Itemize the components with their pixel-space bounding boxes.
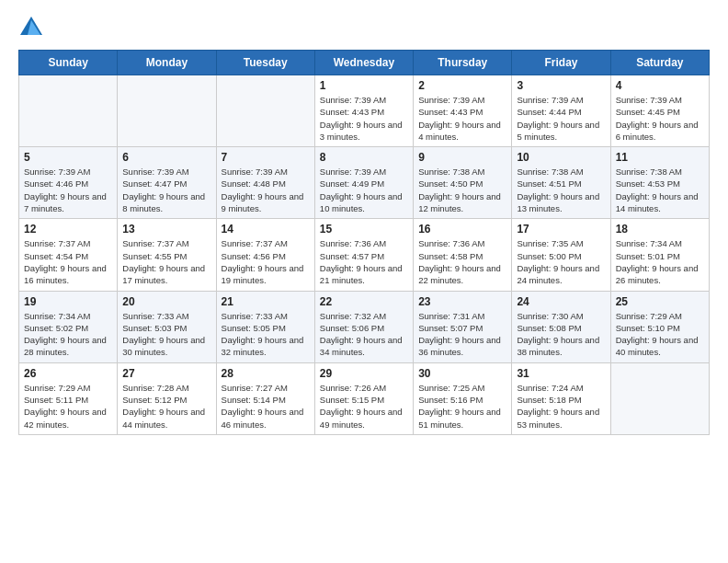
calendar-cell: 21Sunrise: 7:33 AM Sunset: 5:05 PM Dayli… — [216, 291, 314, 362]
day-number: 30 — [418, 367, 506, 380]
day-info: Sunrise: 7:33 AM Sunset: 5:05 PM Dayligh… — [222, 310, 310, 359]
day-info: Sunrise: 7:39 AM Sunset: 4:43 PM Dayligh… — [320, 94, 408, 143]
calendar-cell: 7Sunrise: 7:39 AM Sunset: 4:48 PM Daylig… — [216, 147, 314, 219]
calendar-cell: 24Sunrise: 7:30 AM Sunset: 5:08 PM Dayli… — [512, 291, 610, 362]
day-number: 12 — [24, 223, 112, 236]
weekday-header: Monday — [118, 51, 216, 75]
day-info: Sunrise: 7:29 AM Sunset: 5:11 PM Dayligh… — [24, 382, 112, 431]
day-info: Sunrise: 7:39 AM Sunset: 4:43 PM Dayligh… — [418, 94, 506, 143]
calendar-cell: 9Sunrise: 7:38 AM Sunset: 4:50 PM Daylig… — [414, 147, 512, 219]
day-info: Sunrise: 7:27 AM Sunset: 5:14 PM Dayligh… — [222, 382, 310, 431]
day-number: 31 — [517, 367, 605, 380]
calendar-cell — [19, 75, 118, 147]
calendar-cell: 20Sunrise: 7:33 AM Sunset: 5:03 PM Dayli… — [118, 291, 216, 362]
calendar-cell: 1Sunrise: 7:39 AM Sunset: 4:43 PM Daylig… — [314, 75, 413, 147]
calendar-week-row: 1Sunrise: 7:39 AM Sunset: 4:43 PM Daylig… — [19, 75, 710, 147]
day-info: Sunrise: 7:38 AM Sunset: 4:50 PM Dayligh… — [418, 166, 506, 214]
day-info: Sunrise: 7:37 AM Sunset: 4:55 PM Dayligh… — [122, 237, 210, 286]
calendar-cell: 16Sunrise: 7:36 AM Sunset: 4:58 PM Dayli… — [414, 219, 512, 291]
calendar-cell — [216, 75, 314, 147]
weekday-header-row: SundayMondayTuesdayWednesdayThursdayFrid… — [19, 51, 710, 75]
day-info: Sunrise: 7:29 AM Sunset: 5:10 PM Dayligh… — [616, 310, 704, 359]
day-info: Sunrise: 7:32 AM Sunset: 5:06 PM Dayligh… — [320, 310, 408, 359]
weekday-header: Saturday — [610, 51, 709, 75]
day-number: 15 — [320, 223, 408, 236]
header — [18, 15, 710, 40]
day-info: Sunrise: 7:39 AM Sunset: 4:49 PM Dayligh… — [320, 166, 408, 214]
day-number: 22 — [320, 295, 408, 308]
calendar-cell: 15Sunrise: 7:36 AM Sunset: 4:57 PM Dayli… — [314, 219, 413, 291]
day-number: 27 — [122, 367, 210, 380]
day-number: 3 — [517, 79, 605, 92]
day-number: 18 — [616, 223, 704, 236]
day-number: 29 — [320, 367, 408, 380]
day-number: 6 — [122, 151, 210, 164]
calendar-table: SundayMondayTuesdayWednesdayThursdayFrid… — [18, 50, 710, 435]
calendar-cell: 4Sunrise: 7:39 AM Sunset: 4:45 PM Daylig… — [610, 75, 709, 147]
calendar-cell: 25Sunrise: 7:29 AM Sunset: 5:10 PM Dayli… — [610, 291, 709, 362]
day-info: Sunrise: 7:31 AM Sunset: 5:07 PM Dayligh… — [418, 310, 506, 359]
day-number: 23 — [418, 295, 506, 308]
day-info: Sunrise: 7:39 AM Sunset: 4:47 PM Dayligh… — [122, 166, 210, 214]
day-number: 26 — [24, 367, 112, 380]
day-info: Sunrise: 7:39 AM Sunset: 4:48 PM Dayligh… — [222, 166, 310, 214]
day-info: Sunrise: 7:34 AM Sunset: 5:01 PM Dayligh… — [616, 237, 704, 286]
day-number: 17 — [517, 223, 605, 236]
calendar-cell: 5Sunrise: 7:39 AM Sunset: 4:46 PM Daylig… — [19, 147, 118, 219]
calendar-cell: 28Sunrise: 7:27 AM Sunset: 5:14 PM Dayli… — [216, 362, 314, 434]
day-info: Sunrise: 7:37 AM Sunset: 4:56 PM Dayligh… — [222, 237, 310, 286]
day-info: Sunrise: 7:37 AM Sunset: 4:54 PM Dayligh… — [24, 237, 112, 286]
day-number: 10 — [517, 151, 605, 164]
calendar-cell: 11Sunrise: 7:38 AM Sunset: 4:53 PM Dayli… — [610, 147, 709, 219]
day-number: 5 — [24, 151, 112, 164]
day-info: Sunrise: 7:38 AM Sunset: 4:53 PM Dayligh… — [616, 166, 704, 214]
calendar-cell: 22Sunrise: 7:32 AM Sunset: 5:06 PM Dayli… — [314, 291, 413, 362]
day-number: 9 — [418, 151, 506, 164]
calendar-cell: 8Sunrise: 7:39 AM Sunset: 4:49 PM Daylig… — [314, 147, 413, 219]
page: SundayMondayTuesdayWednesdayThursdayFrid… — [0, 0, 728, 563]
day-number: 28 — [222, 367, 310, 380]
weekday-header: Thursday — [414, 51, 512, 75]
day-number: 21 — [222, 295, 310, 308]
calendar-cell: 12Sunrise: 7:37 AM Sunset: 4:54 PM Dayli… — [19, 219, 118, 291]
calendar-cell: 27Sunrise: 7:28 AM Sunset: 5:12 PM Dayli… — [118, 362, 216, 434]
day-info: Sunrise: 7:25 AM Sunset: 5:16 PM Dayligh… — [418, 382, 506, 431]
day-info: Sunrise: 7:30 AM Sunset: 5:08 PM Dayligh… — [517, 310, 605, 359]
day-info: Sunrise: 7:33 AM Sunset: 5:03 PM Dayligh… — [122, 310, 210, 359]
day-number: 13 — [122, 223, 210, 236]
calendar-cell: 19Sunrise: 7:34 AM Sunset: 5:02 PM Dayli… — [19, 291, 118, 362]
day-info: Sunrise: 7:35 AM Sunset: 5:00 PM Dayligh… — [517, 237, 605, 286]
calendar-week-row: 5Sunrise: 7:39 AM Sunset: 4:46 PM Daylig… — [19, 147, 710, 219]
calendar-cell: 13Sunrise: 7:37 AM Sunset: 4:55 PM Dayli… — [118, 219, 216, 291]
calendar-cell: 23Sunrise: 7:31 AM Sunset: 5:07 PM Dayli… — [414, 291, 512, 362]
day-info: Sunrise: 7:28 AM Sunset: 5:12 PM Dayligh… — [122, 382, 210, 431]
day-number: 19 — [24, 295, 112, 308]
calendar-cell: 3Sunrise: 7:39 AM Sunset: 4:44 PM Daylig… — [512, 75, 610, 147]
weekday-header: Friday — [512, 51, 610, 75]
day-number: 20 — [122, 295, 210, 308]
calendar-cell: 17Sunrise: 7:35 AM Sunset: 5:00 PM Dayli… — [512, 219, 610, 291]
calendar-cell: 2Sunrise: 7:39 AM Sunset: 4:43 PM Daylig… — [414, 75, 512, 147]
day-info: Sunrise: 7:39 AM Sunset: 4:46 PM Dayligh… — [24, 166, 112, 214]
calendar-cell: 6Sunrise: 7:39 AM Sunset: 4:47 PM Daylig… — [118, 147, 216, 219]
day-number: 14 — [222, 223, 310, 236]
day-info: Sunrise: 7:39 AM Sunset: 4:44 PM Dayligh… — [517, 94, 605, 143]
day-number: 1 — [320, 79, 408, 92]
day-info: Sunrise: 7:34 AM Sunset: 5:02 PM Dayligh… — [24, 310, 112, 359]
calendar-week-row: 12Sunrise: 7:37 AM Sunset: 4:54 PM Dayli… — [19, 219, 710, 291]
calendar-cell — [610, 362, 709, 434]
logo-icon — [18, 15, 44, 40]
day-number: 25 — [616, 295, 704, 308]
day-info: Sunrise: 7:24 AM Sunset: 5:18 PM Dayligh… — [517, 382, 605, 431]
day-number: 11 — [616, 151, 704, 164]
day-info: Sunrise: 7:39 AM Sunset: 4:45 PM Dayligh… — [616, 94, 704, 143]
day-number: 4 — [616, 79, 704, 92]
day-number: 2 — [418, 79, 506, 92]
day-info: Sunrise: 7:26 AM Sunset: 5:15 PM Dayligh… — [320, 382, 408, 431]
day-number: 24 — [517, 295, 605, 308]
weekday-header: Wednesday — [314, 51, 413, 75]
day-info: Sunrise: 7:36 AM Sunset: 4:58 PM Dayligh… — [418, 237, 506, 286]
day-number: 16 — [418, 223, 506, 236]
calendar-cell: 10Sunrise: 7:38 AM Sunset: 4:51 PM Dayli… — [512, 147, 610, 219]
day-info: Sunrise: 7:38 AM Sunset: 4:51 PM Dayligh… — [517, 166, 605, 214]
